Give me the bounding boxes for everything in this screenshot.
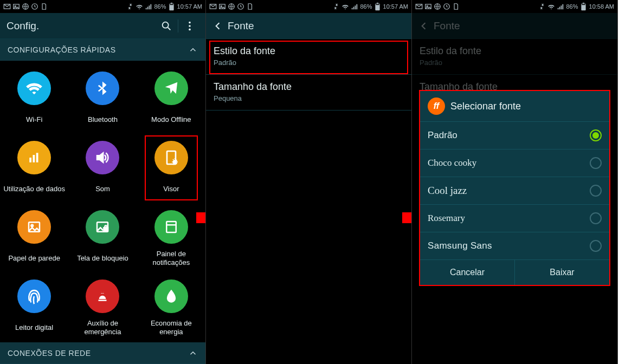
sound-tile[interactable]: Som: [68, 133, 137, 203]
wifi-label: Wi-Fi: [26, 110, 42, 129]
arrow-right-icon: [196, 205, 206, 231]
screen-config: 86% 10:57 AM Config. CONFIGURAÇÕES RÁPID…: [0, 0, 206, 364]
arrow-right-icon: [402, 205, 412, 231]
font-option-choco[interactable]: Choco cooky: [420, 150, 609, 177]
font-option-rosemary[interactable]: Rosemary: [420, 205, 609, 232]
svg-point-10: [189, 28, 191, 30]
back-icon: [418, 21, 429, 31]
quick-settings-header[interactable]: CONFIGURAÇÕES RÁPIDAS: [0, 39, 205, 61]
search-icon[interactable]: [157, 17, 176, 35]
dialog-header: ff Selecionar fonte: [420, 91, 609, 122]
battery-pct: 86%: [154, 3, 166, 10]
fonte-title: Fonte: [228, 20, 254, 32]
svg-point-21: [101, 291, 105, 294]
flipfont-icon: ff: [428, 98, 445, 115]
svg-rect-20: [166, 222, 176, 232]
dialog-actions: Cancelar Baixar: [420, 260, 609, 285]
data-tile[interactable]: Utilização de dados: [0, 133, 68, 203]
svg-rect-11: [29, 158, 31, 162]
radio-icon: [590, 157, 602, 169]
screen-fonte: 86% 10:57 AM Fonte Estilo da fonte Padrã…: [206, 0, 412, 364]
lock-label: Tela de bloqueio: [77, 249, 128, 268]
signal-icon: [145, 3, 152, 10]
highlight-box: [145, 135, 198, 200]
font-option-default[interactable]: Padrão: [420, 122, 609, 150]
finger-tile[interactable]: Leitor digital: [0, 272, 68, 341]
battery-icon: [580, 3, 588, 10]
finger-label: Leitor digital: [15, 318, 53, 337]
vibrate-icon: [126, 3, 134, 10]
signal-icon: [557, 3, 564, 10]
overflow-icon[interactable]: [180, 17, 199, 35]
status-time: 10:58 AM: [589, 3, 614, 10]
svg-point-9: [189, 25, 191, 27]
svg-rect-27: [377, 3, 378, 4]
divider: [178, 20, 178, 32]
config-title: Config.: [7, 20, 39, 32]
lock-tile[interactable]: Tela de bloqueio: [68, 203, 137, 272]
font-option-cool[interactable]: Cool jazz: [420, 177, 609, 205]
opt-choco-label: Choco cooky: [428, 158, 476, 168]
font-size-item[interactable]: Tamanho da fonte Pequena: [206, 75, 411, 110]
download-button[interactable]: Baixar: [514, 260, 609, 285]
envelope-icon: [415, 3, 423, 10]
svg-rect-6: [170, 4, 173, 5]
font-option-samsung[interactable]: Samsung Sans: [420, 232, 609, 260]
opt-cool-label: Cool jazz: [428, 185, 467, 197]
quick-section-label: CONFIGURAÇÕES RÁPIDAS: [8, 46, 116, 54]
svg-rect-28: [376, 4, 379, 5]
chevron-up-icon: [188, 348, 198, 358]
wifi-tile[interactable]: Wi-Fi: [0, 64, 68, 133]
svg-point-7: [163, 22, 169, 28]
display-tile[interactable]: Visor: [137, 133, 205, 203]
font-size-title: Tamanho da fonte: [214, 81, 404, 93]
font-style-item: Estilo da fonte Padrão: [412, 39, 617, 75]
offline-label: Modo Offline: [151, 110, 191, 129]
svg-rect-19: [104, 227, 108, 231]
radio-icon: [590, 185, 602, 197]
config-header: Config.: [0, 13, 205, 39]
screen-dialog: 86% 10:58 AM Fonte Estilo da fonte Padrã…: [412, 0, 618, 364]
clock-icon: [31, 3, 38, 10]
battery-icon: [374, 3, 382, 10]
notif-tile[interactable]: Painel de notificações: [137, 203, 205, 272]
status-time: 10:57 AM: [383, 3, 408, 10]
offline-tile[interactable]: Modo Offline: [137, 64, 205, 133]
wifi-icon: [547, 3, 555, 10]
font-size-sub: Pequena: [214, 94, 404, 102]
doc-icon: [246, 3, 254, 10]
vibrate-icon: [332, 3, 340, 10]
status-bar: 86% 10:58 AM: [412, 0, 617, 13]
energy-label: Economia de energia: [139, 318, 203, 337]
status-bar: 86% 10:57 AM: [206, 0, 411, 13]
wallpaper-tile[interactable]: Papel de parede: [0, 203, 68, 272]
battery-pct: 86%: [566, 3, 578, 10]
select-font-dialog: ff Selecionar fonte Padrão Choco cooky C…: [419, 90, 610, 286]
chevron-up-icon: [188, 45, 198, 55]
back-icon[interactable]: [212, 21, 223, 31]
cancel-button[interactable]: Cancelar: [420, 260, 514, 285]
wifi-icon: [341, 3, 349, 10]
radio-icon: [590, 212, 602, 224]
clock-icon: [237, 3, 244, 10]
svg-rect-13: [36, 153, 38, 162]
status-time: 10:57 AM: [177, 3, 202, 10]
svg-rect-12: [33, 155, 35, 162]
notif-label: Painel de notificações: [139, 249, 203, 268]
pic-icon: [424, 3, 432, 10]
svg-rect-34: [583, 3, 584, 4]
wallpaper-label: Papel de parede: [8, 249, 60, 268]
fonte-title: Fonte: [434, 20, 460, 32]
network-header[interactable]: CONEXÕES DE REDE: [0, 342, 205, 364]
globe-icon: [228, 3, 235, 10]
bluetooth-tile[interactable]: Bluetooth: [68, 64, 137, 133]
svg-point-17: [31, 225, 34, 227]
opt-default-label: Padrão: [428, 130, 457, 141]
vibrate-icon: [538, 3, 546, 10]
energy-tile[interactable]: Economia de energia: [137, 272, 205, 341]
emerg-tile[interactable]: Auxílio de emergência: [68, 272, 137, 341]
opt-sams-label: Samsung Sans: [428, 240, 492, 251]
data-label: Utilização de dados: [3, 180, 65, 198]
doc-icon: [452, 3, 460, 10]
svg-point-8: [189, 21, 191, 23]
